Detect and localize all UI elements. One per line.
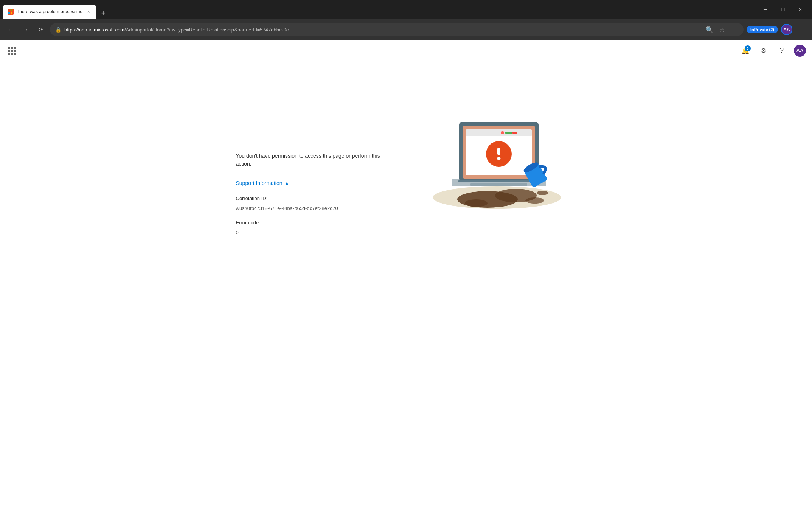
more-options-button[interactable]: ···: [795, 23, 807, 36]
apps-launcher-button[interactable]: [6, 45, 18, 57]
correlation-id-label: Correlation ID:: [236, 194, 395, 204]
svg-rect-10: [470, 183, 527, 186]
app-bar-right: 🔔 3 ⚙ ? AA: [739, 45, 806, 57]
svg-rect-2: [8, 12, 10, 14]
svg-point-7: [465, 199, 488, 207]
url-text: https://admin.microsoft.com/Adminportal/…: [64, 27, 701, 33]
error-text-section: You don't have permission to access this…: [236, 92, 395, 238]
error-code-value: 0: [236, 228, 395, 238]
correlation-id-value: wus#0fbc7318-671e-44ba-b65d-dc7ef28e2d70: [236, 204, 395, 213]
tab-strip: There was a problem processing × +: [3, 0, 755, 19]
close-button[interactable]: ×: [792, 0, 809, 19]
svg-rect-3: [11, 12, 12, 14]
back-button[interactable]: ←: [5, 23, 17, 36]
tab-title: There was a problem processing: [17, 9, 82, 14]
support-info-toggle[interactable]: Support Information ▲: [236, 180, 395, 186]
error-illustration: [418, 92, 576, 214]
apps-grid-icon: [8, 47, 16, 55]
title-bar: There was a problem processing × + ─ □ ×: [0, 0, 812, 19]
app-bar: 🔔 3 ⚙ ? AA: [0, 40, 812, 61]
help-button[interactable]: ?: [776, 45, 788, 57]
active-tab[interactable]: There was a problem processing ×: [3, 5, 96, 19]
svg-point-8: [525, 197, 544, 204]
svg-rect-0: [8, 9, 10, 11]
svg-point-15: [501, 131, 504, 134]
laptop-svg: [418, 92, 576, 213]
tab-favicon: [8, 9, 14, 15]
svg-rect-1: [11, 9, 12, 11]
svg-rect-14: [466, 129, 532, 136]
svg-rect-17: [505, 132, 512, 134]
settings-button[interactable]: ⚙: [758, 45, 770, 57]
svg-rect-21: [497, 148, 500, 155]
lock-icon: 🔒: [55, 27, 61, 33]
support-details: Correlation ID: wus#0fbc7318-671e-44ba-b…: [236, 194, 395, 238]
search-icon[interactable]: 🔍: [704, 25, 715, 35]
svg-point-26: [537, 191, 548, 195]
forward-button[interactable]: →: [20, 23, 32, 36]
maximize-button[interactable]: □: [774, 0, 792, 19]
error-message: You don't have permission to access this…: [236, 152, 395, 168]
favorites-icon[interactable]: ☆: [718, 25, 726, 35]
chevron-up-icon: ▲: [284, 180, 289, 186]
url-base: https://admin.microsoft.com: [64, 27, 124, 33]
notification-badge: 3: [745, 45, 751, 51]
error-container: You don't have permission to access this…: [236, 92, 576, 238]
svg-rect-18: [512, 132, 517, 134]
collections-icon[interactable]: ⸻: [729, 25, 738, 34]
notification-button[interactable]: 🔔 3: [739, 45, 751, 57]
svg-rect-23: [458, 180, 539, 182]
refresh-button[interactable]: ⟳: [35, 23, 47, 36]
address-bar[interactable]: 🔒 https://admin.microsoft.com/Adminporta…: [50, 23, 744, 36]
inprivate-badge[interactable]: InPrivate (2): [747, 26, 778, 33]
svg-point-22: [497, 157, 500, 160]
new-tab-button[interactable]: +: [98, 8, 109, 19]
url-path: /Adminportal/Home?invType=ResellerRelati…: [124, 27, 293, 33]
navigation-bar: ← → ⟳ 🔒 https://admin.microsoft.com/Admi…: [0, 19, 812, 40]
profile-avatar[interactable]: AA: [794, 45, 806, 57]
window-controls: ─ □ ×: [757, 0, 809, 19]
minimize-button[interactable]: ─: [757, 0, 774, 19]
profile-avatar-nav[interactable]: AA: [781, 24, 792, 35]
tab-close-button[interactable]: ×: [85, 9, 92, 15]
main-content: You don't have permission to access this…: [0, 61, 812, 516]
support-info-label: Support Information: [236, 180, 283, 186]
browser-window: There was a problem processing × + ─ □ ×…: [0, 0, 812, 516]
error-code-label: Error code:: [236, 218, 395, 228]
